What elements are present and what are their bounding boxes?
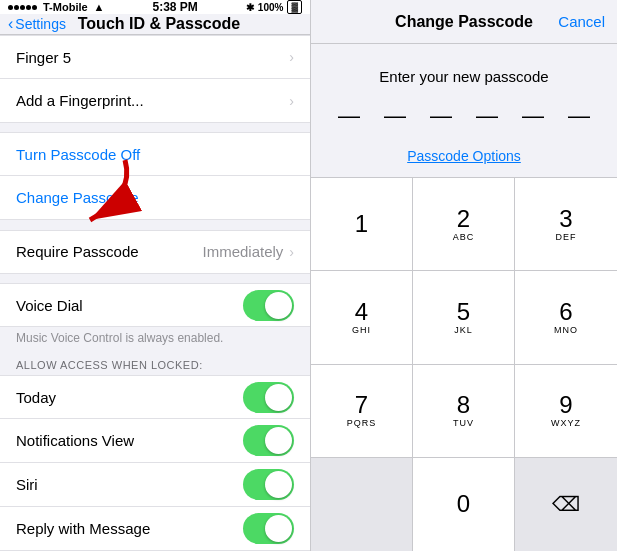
passcode-prompt: Enter your new passcode — [311, 44, 617, 93]
settings-panel: T-Mobile ▲ 5:38 PM ✱ 100% ▓ ‹ Settings T… — [0, 0, 310, 551]
notifications-label: Notifications View — [16, 432, 243, 449]
add-fingerprint-label: Add a Fingerprint... — [16, 92, 289, 109]
key-8-number: 8 — [457, 393, 470, 417]
dash-4: — — [476, 105, 498, 127]
key-4-letters: GHI — [352, 325, 371, 335]
passcode-dialog: Change Passcode Cancel Enter your new pa… — [310, 0, 617, 551]
chevron-icon: › — [289, 93, 294, 109]
status-left: T-Mobile ▲ — [8, 1, 105, 13]
keypad: 1 2 ABC 3 DEF 4 GHI 5 JKL 6 MNO 7 PQRS 8… — [311, 177, 617, 551]
notifications-toggle[interactable] — [243, 425, 294, 456]
key-0[interactable]: 0 — [413, 458, 515, 551]
key-7-letters: PQRS — [347, 418, 377, 428]
change-passcode-label: Change Passcode — [16, 189, 294, 206]
key-2[interactable]: 2 ABC — [413, 178, 515, 271]
passcode-options-link[interactable]: Passcode Options — [407, 148, 521, 164]
key-7[interactable]: 7 PQRS — [311, 365, 413, 458]
delete-icon: ⌫ — [552, 492, 580, 516]
voice-dial-group: Voice Dial — [0, 283, 310, 327]
locked-access-group: Today Notifications View Siri Reply with… — [0, 375, 310, 551]
key-5-letters: JKL — [454, 325, 473, 335]
battery-label: 100% — [258, 2, 284, 13]
key-delete[interactable]: ⌫ — [515, 458, 617, 551]
allow-access-header: ALLOW ACCESS WHEN LOCKED: — [0, 351, 310, 375]
require-passcode-row[interactable]: Require Passcode Immediately › — [0, 230, 310, 274]
finger5-label: Finger 5 — [16, 49, 289, 66]
key-3[interactable]: 3 DEF — [515, 178, 617, 271]
chevron-icon: › — [289, 49, 294, 65]
status-right: ✱ 100% ▓ — [246, 0, 302, 14]
wifi-icon: ▲ — [94, 1, 105, 13]
dash-1: — — [338, 105, 360, 127]
today-row[interactable]: Today — [0, 375, 310, 419]
key-4-number: 4 — [355, 300, 368, 324]
key-5[interactable]: 5 JKL — [413, 271, 515, 364]
siri-toggle[interactable] — [243, 469, 294, 500]
nav-bar: ‹ Settings Touch ID & Passcode — [0, 14, 310, 35]
key-2-letters: ABC — [453, 232, 475, 242]
page-title: Touch ID & Passcode — [16, 15, 302, 33]
today-toggle[interactable] — [243, 382, 294, 413]
passcode-dialog-title: Change Passcode — [395, 13, 533, 31]
key-8[interactable]: 8 TUV — [413, 365, 515, 458]
key-4[interactable]: 4 GHI — [311, 271, 413, 364]
dash-2: — — [384, 105, 406, 127]
dash-5: — — [522, 105, 544, 127]
turn-passcode-off-row[interactable]: Turn Passcode Off — [0, 132, 310, 176]
key-6[interactable]: 6 MNO — [515, 271, 617, 364]
voice-dial-toggle[interactable] — [243, 290, 294, 321]
key-6-letters: MNO — [554, 325, 578, 335]
require-group: Require Passcode Immediately › — [0, 230, 310, 274]
back-chevron-icon: ‹ — [8, 15, 13, 33]
status-bar: T-Mobile ▲ 5:38 PM ✱ 100% ▓ — [0, 0, 310, 14]
bluetooth-icon: ✱ — [246, 2, 254, 13]
voice-note: Music Voice Control is always enabled. — [0, 327, 310, 351]
key-1[interactable]: 1 — [311, 178, 413, 271]
passcode-dashes: — — — — — — — [311, 93, 617, 135]
add-fingerprint-row[interactable]: Add a Fingerprint... › — [0, 79, 310, 123]
fingerprints-group: Finger 5 › Add a Fingerprint... › — [0, 35, 310, 123]
dash-6: — — [568, 105, 590, 127]
siri-label: Siri — [16, 476, 243, 493]
today-label: Today — [16, 389, 243, 406]
voice-dial-row[interactable]: Voice Dial — [0, 283, 310, 327]
key-9[interactable]: 9 WXYZ — [515, 365, 617, 458]
passcode-options: Passcode Options — [311, 135, 617, 177]
battery-icon: ▓ — [287, 0, 302, 14]
voice-dial-label: Voice Dial — [16, 297, 243, 314]
dash-3: — — [430, 105, 452, 127]
cancel-button[interactable]: Cancel — [558, 13, 605, 30]
require-passcode-label: Require Passcode — [16, 243, 202, 260]
chevron-icon: › — [289, 244, 294, 260]
passcode-group: Turn Passcode Off Change Passcode — [0, 132, 310, 220]
key-6-number: 6 — [559, 300, 572, 324]
key-7-number: 7 — [355, 393, 368, 417]
turn-off-label: Turn Passcode Off — [16, 146, 294, 163]
carrier-label: T-Mobile — [43, 1, 88, 13]
siri-row[interactable]: Siri — [0, 463, 310, 507]
reply-toggle[interactable] — [243, 513, 294, 544]
key-5-number: 5 — [457, 300, 470, 324]
key-3-number: 3 — [559, 207, 572, 231]
key-2-number: 2 — [457, 207, 470, 231]
change-passcode-row[interactable]: Change Passcode — [0, 176, 310, 220]
key-1-number: 1 — [355, 212, 368, 236]
key-0-number: 0 — [457, 492, 470, 516]
key-empty — [311, 458, 413, 551]
require-value: Immediately — [202, 243, 283, 260]
notifications-row[interactable]: Notifications View — [0, 419, 310, 463]
key-9-letters: WXYZ — [551, 418, 581, 428]
key-9-number: 9 — [559, 393, 572, 417]
reply-row[interactable]: Reply with Message — [0, 507, 310, 551]
reply-label: Reply with Message — [16, 520, 243, 537]
finger5-row[interactable]: Finger 5 › — [0, 35, 310, 79]
key-8-letters: TUV — [453, 418, 474, 428]
key-3-letters: DEF — [556, 232, 577, 242]
passcode-header: Change Passcode Cancel — [311, 0, 617, 44]
signal-dots — [8, 5, 37, 10]
time-label: 5:38 PM — [153, 0, 198, 14]
